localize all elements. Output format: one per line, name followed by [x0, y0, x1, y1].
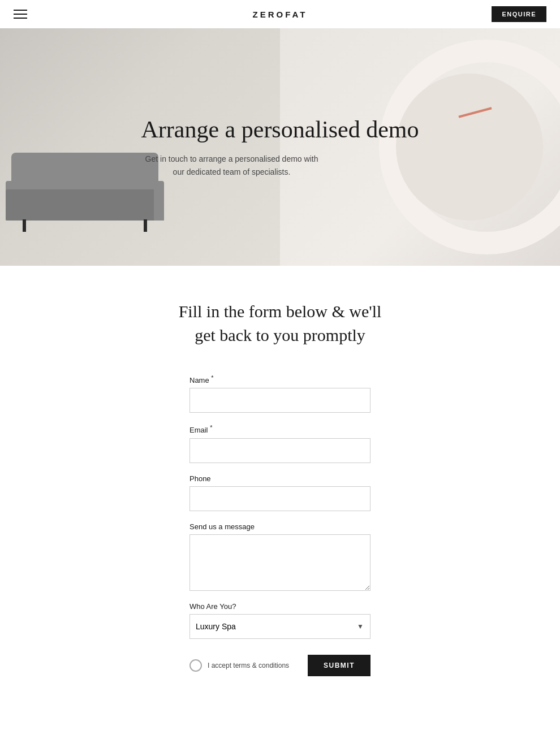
message-textarea[interactable]	[189, 534, 371, 591]
submit-button[interactable]: SUBMIT	[308, 655, 371, 676]
terms-label[interactable]: I accept terms & conditions	[208, 662, 289, 669]
contact-form: Name * Email * Phone Send us a message W…	[189, 374, 371, 676]
name-field-group: Name *	[189, 374, 371, 413]
hamburger-menu[interactable]	[14, 10, 27, 19]
form-heading: Fill in the form below & we'll get back …	[167, 300, 393, 347]
terms-checkbox-wrapper: I accept terms & conditions	[189, 659, 289, 672]
hero-title: Arrange a personalised demo	[141, 115, 419, 144]
message-field-group: Send us a message	[189, 522, 371, 591]
email-label: Email *	[189, 424, 371, 434]
phone-input[interactable]	[189, 486, 371, 511]
form-footer: I accept terms & conditions SUBMIT	[189, 655, 371, 676]
header: ZEROFAT ENQUIRE	[0, 0, 560, 28]
terms-checkbox[interactable]	[189, 659, 202, 672]
select-wrapper: Luxury Spa Hotel Salon Clinic Other ▼	[189, 614, 371, 639]
hero-subtitle: Get in touch to arrange a personalised d…	[141, 153, 322, 179]
sofa-illustration	[6, 153, 164, 232]
message-label: Send us a message	[189, 522, 371, 531]
email-field-group: Email *	[189, 424, 371, 463]
form-section: Fill in the form below & we'll get back …	[0, 266, 560, 721]
who-select[interactable]: Luxury Spa Hotel Salon Clinic Other	[189, 614, 371, 639]
name-input[interactable]	[189, 388, 371, 413]
logo: ZEROFAT	[253, 10, 308, 19]
name-label: Name *	[189, 374, 371, 384]
hero-section: Arrange a personalised demo Get in touch…	[0, 28, 560, 266]
phone-field-group: Phone	[189, 474, 371, 511]
email-input[interactable]	[189, 438, 371, 463]
phone-label: Phone	[189, 474, 371, 483]
who-field-group: Who Are You? Luxury Spa Hotel Salon Clin…	[189, 602, 371, 639]
hero-text-block: Arrange a personalised demo Get in touch…	[141, 115, 419, 178]
enquire-button[interactable]: ENQUIRE	[492, 6, 546, 22]
who-label: Who Are You?	[189, 602, 371, 611]
